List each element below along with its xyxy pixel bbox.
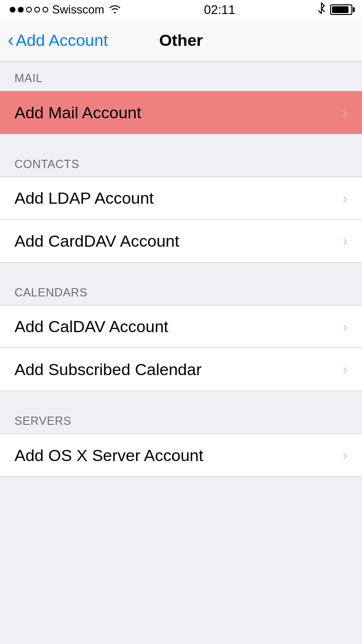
back-button[interactable]: ‹ Add Account xyxy=(8,31,108,50)
list-item-add-carddav-account[interactable]: Add CardDAV Account › xyxy=(0,220,362,262)
time-display: 02:11 xyxy=(204,2,235,17)
add-subscribed-calendar-label: Add Subscribed Calendar xyxy=(14,360,201,379)
section-body-contacts: Add LDAP Account › Add CardDAV Account › xyxy=(0,177,362,263)
signal-dot-2 xyxy=(18,7,24,13)
chevron-right-icon: › xyxy=(343,190,348,207)
section-body-mail: Add Mail Account › xyxy=(0,91,362,134)
section-header-mail: MAIL xyxy=(0,62,362,91)
section-servers: SERVERS Add OS X Server Account › xyxy=(0,401,362,477)
chevron-right-icon: › xyxy=(343,104,348,121)
add-ldap-account-label: Add LDAP Account xyxy=(14,189,154,208)
bluetooth-icon xyxy=(318,2,325,17)
chevron-right-icon: › xyxy=(343,447,348,463)
section-header-calendars: CALENDARS xyxy=(0,272,362,305)
content: MAIL Add Mail Account › CONTACTS Add LDA… xyxy=(0,62,362,477)
spacer-2 xyxy=(0,263,362,272)
signal-dot-4 xyxy=(34,7,40,13)
spacer-1 xyxy=(0,134,362,144)
add-caldav-account-label: Add CalDAV Account xyxy=(14,317,168,336)
section-contacts: CONTACTS Add LDAP Account › Add CardDAV … xyxy=(0,144,362,263)
list-item-add-ldap-account[interactable]: Add LDAP Account › xyxy=(0,177,362,220)
page-title: Other xyxy=(159,31,203,50)
battery-fill xyxy=(332,6,348,13)
list-item-add-osx-server-account[interactable]: Add OS X Server Account › xyxy=(0,434,362,476)
add-mail-account-label: Add Mail Account xyxy=(14,103,141,122)
list-item-add-caldav-account[interactable]: Add CalDAV Account › xyxy=(0,306,362,348)
chevron-right-icon: › xyxy=(343,233,348,249)
signal-dot-1 xyxy=(10,7,15,13)
status-bar: Swisscom 02:11 xyxy=(0,0,362,19)
list-item-add-subscribed-calendar[interactable]: Add Subscribed Calendar › xyxy=(0,348,362,391)
list-item-add-mail-account[interactable]: Add Mail Account › xyxy=(0,91,362,134)
status-left: Swisscom xyxy=(10,3,122,16)
section-calendars: CALENDARS Add CalDAV Account › Add Subsc… xyxy=(0,272,362,391)
status-right xyxy=(318,2,352,17)
add-carddav-account-label: Add CardDAV Account xyxy=(14,232,179,251)
navigation-bar: ‹ Add Account Other xyxy=(0,19,362,62)
signal-dots xyxy=(10,7,48,13)
wifi-icon xyxy=(108,3,122,16)
section-mail: MAIL Add Mail Account › xyxy=(0,62,362,134)
section-header-servers: SERVERS xyxy=(0,401,362,434)
signal-dot-5 xyxy=(42,7,48,13)
section-header-contacts: CONTACTS xyxy=(0,144,362,177)
section-body-calendars: Add CalDAV Account › Add Subscribed Cale… xyxy=(0,305,362,391)
back-label: Add Account xyxy=(16,31,108,50)
chevron-right-icon: › xyxy=(343,361,348,378)
signal-dot-3 xyxy=(26,7,32,13)
chevron-right-icon: › xyxy=(343,319,348,335)
carrier-label: Swisscom xyxy=(52,3,104,16)
battery-icon xyxy=(330,4,352,15)
section-body-servers: Add OS X Server Account › xyxy=(0,434,362,477)
add-osx-server-account-label: Add OS X Server Account xyxy=(14,446,203,465)
spacer-3 xyxy=(0,391,362,401)
back-chevron-icon: ‹ xyxy=(8,31,14,49)
